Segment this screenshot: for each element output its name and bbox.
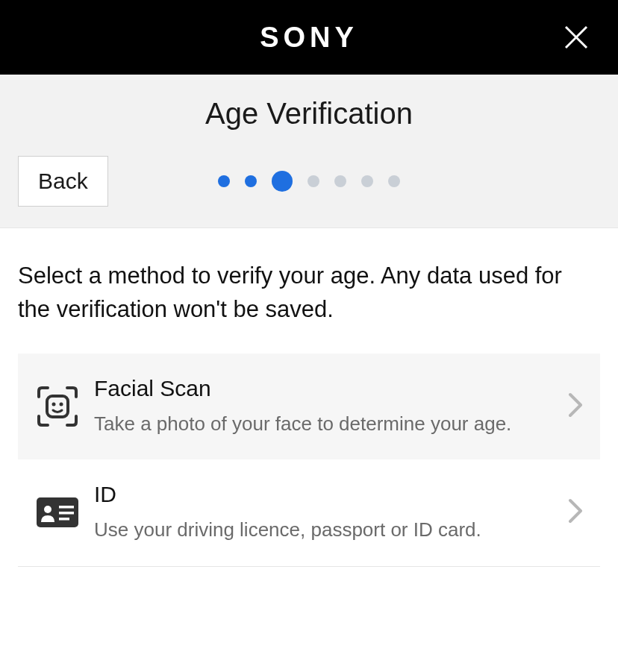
id-card-icon [34, 495, 87, 530]
stepper-dot [388, 175, 400, 187]
back-button[interactable]: Back [18, 156, 108, 207]
stepper-dot [308, 175, 319, 187]
subheader: Age Verification Back [0, 75, 618, 228]
svg-point-3 [52, 403, 56, 406]
svg-point-6 [44, 506, 52, 513]
page-title: Age Verification [18, 97, 600, 131]
stepper-dot [245, 175, 257, 187]
instruction-text: Select a method to verify your age. Any … [18, 260, 600, 327]
svg-rect-7 [59, 506, 74, 509]
option-description: Take a photo of your face to determine y… [94, 410, 557, 437]
option-description: Use your driving licence, passport or ID… [94, 516, 557, 543]
stepper-dot [334, 175, 346, 187]
svg-rect-9 [59, 518, 69, 521]
svg-point-4 [60, 403, 63, 406]
close-button[interactable] [560, 21, 593, 54]
close-icon [563, 24, 590, 51]
face-scan-icon [34, 383, 87, 430]
svg-rect-8 [59, 512, 74, 515]
chevron-right-icon [567, 392, 584, 421]
content-area: Select a method to verify your age. Any … [0, 228, 618, 567]
svg-rect-2 [47, 396, 68, 417]
option-title: Facial Scan [94, 376, 557, 401]
option-body: ID Use your driving licence, passport or… [87, 482, 567, 543]
stepper-dot [361, 175, 373, 187]
brand-logo: SONY [260, 22, 358, 54]
option-body: Facial Scan Take a photo of your face to… [87, 376, 567, 437]
chevron-right-icon [567, 497, 584, 527]
progress-stepper [218, 171, 400, 192]
option-facial-scan[interactable]: Facial Scan Take a photo of your face to… [18, 354, 600, 459]
topbar: SONY [0, 0, 618, 75]
option-title: ID [94, 482, 557, 507]
stepper-dot [218, 175, 230, 187]
option-id[interactable]: ID Use your driving licence, passport or… [18, 459, 600, 566]
stepper-dot-active [272, 171, 293, 192]
controls-row: Back [18, 156, 600, 207]
